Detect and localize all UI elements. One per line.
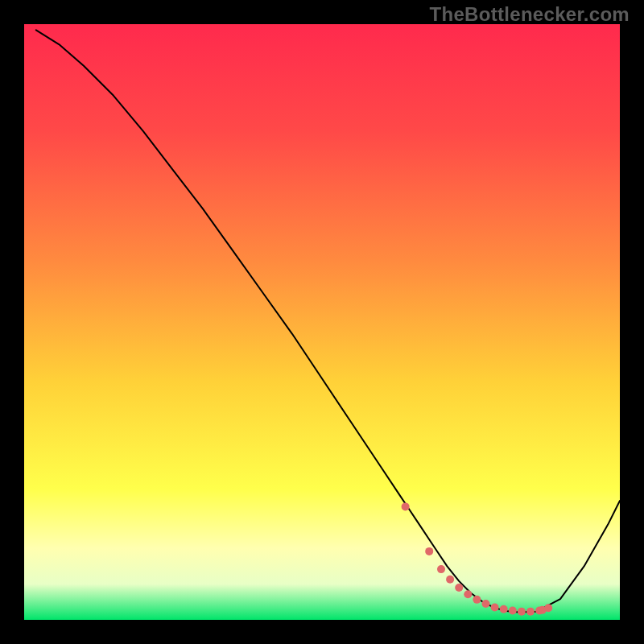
gradient-background	[24, 24, 620, 620]
chart-stage: TheBottlenecker.com	[0, 0, 644, 644]
watermark-text: TheBottlenecker.com	[430, 3, 630, 26]
marker-point	[455, 584, 463, 592]
marker-point	[446, 576, 454, 584]
marker-point	[544, 604, 552, 612]
marker-point	[500, 605, 508, 613]
marker-point	[402, 502, 410, 510]
chart-plot	[24, 24, 620, 620]
marker-point	[437, 565, 445, 573]
marker-point	[473, 596, 481, 604]
marker-point	[491, 603, 499, 611]
marker-point	[518, 608, 526, 616]
marker-point	[464, 590, 472, 598]
marker-point	[526, 608, 535, 616]
marker-point	[482, 600, 490, 608]
marker-point	[425, 547, 433, 555]
marker-point	[509, 607, 517, 615]
chart-svg	[24, 24, 620, 620]
